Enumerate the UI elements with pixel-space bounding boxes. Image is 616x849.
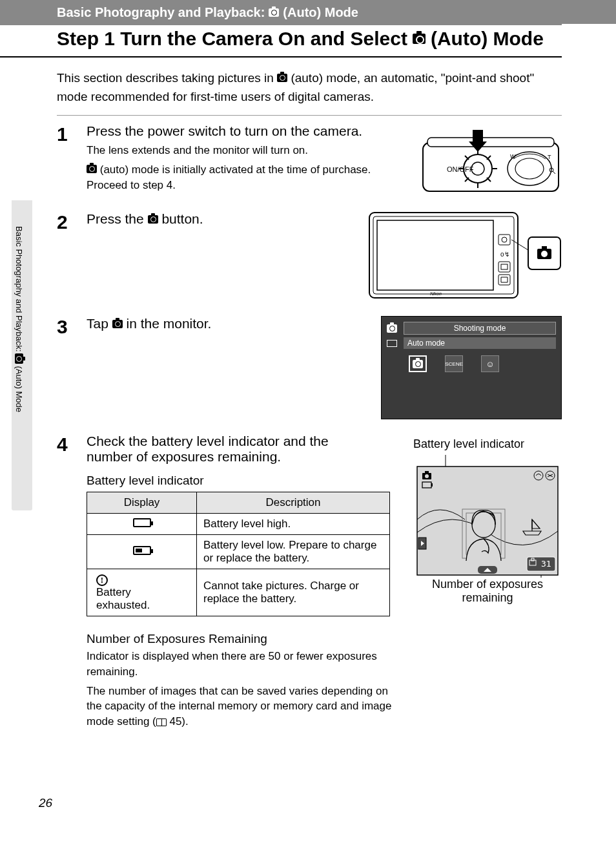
battery-exhausted-label: Battery: [96, 586, 131, 598]
table-row: Battery level high.: [87, 514, 390, 535]
exposures-line: Indicator is displayed when there are 50…: [87, 649, 402, 680]
step-title-span: in the monitor.: [123, 316, 212, 331]
svg-rect-1: [427, 138, 554, 147]
step-number: 1: [57, 123, 75, 197]
side-tab-suffix: (Auto) Mode: [14, 366, 24, 412]
caption-battery-indicator: Battery level indicator: [413, 437, 562, 451]
camera-icon: [269, 8, 279, 17]
camera-icon: [277, 74, 287, 82]
playback-icon: [387, 340, 397, 347]
battery-indicator-heading: Battery level indicator: [87, 474, 402, 488]
side-tab-prefix: Basic Photography and Playback:: [14, 226, 24, 351]
step-title-span: Tap: [87, 316, 112, 331]
table-row: Battery level low. Prepare to charge or …: [87, 535, 390, 569]
step-title: Press the power switch to turn on the ca…: [87, 123, 408, 139]
mode-auto-icon: [409, 355, 427, 372]
table-row: ! Battery exhausted. Cannot take picture…: [87, 569, 390, 616]
illustration-monitor-menu: Shooting mode Auto mode SCENE ☺: [381, 316, 562, 419]
menu-header: Shooting mode: [404, 322, 556, 335]
on-off-label: ON/OFF: [447, 165, 474, 173]
svg-rect-32: [542, 246, 547, 249]
svg-point-33: [541, 251, 548, 257]
step-1: 1 Press the power switch to turn on the …: [57, 123, 562, 197]
divider: [57, 115, 562, 116]
camera-icon: [413, 360, 423, 368]
svg-text:Nikon: Nikon: [430, 291, 442, 296]
side-tab: Basic Photography and Playback: (Auto) M…: [12, 200, 32, 510]
page-number: 26: [39, 796, 52, 810]
exposures-line: The number of images that can be saved v…: [87, 684, 402, 729]
camera-icon: [413, 34, 426, 44]
svg-text:W: W: [510, 153, 516, 160]
step-number: 2: [57, 211, 75, 302]
step-subtext: The lens extends and the monitor will tu…: [87, 143, 408, 158]
table-cell: Cannot take pictures. Charge or replace …: [197, 569, 390, 616]
step-title: Tap in the monitor.: [87, 316, 369, 331]
title-suffix: (Auto) Mode: [431, 28, 544, 50]
menu-sub: Auto mode: [404, 337, 556, 349]
step-3: 3 Tap in the monitor. Shooting mode Auto…: [57, 316, 562, 419]
battery-level-table: Display Description Battery level high. …: [87, 492, 390, 616]
camera-icon: [112, 320, 123, 328]
svg-text:o↯: o↯: [500, 251, 509, 258]
intro-paragraph: This section describes taking pictures i…: [57, 69, 562, 106]
table-cell: Battery level high.: [197, 514, 390, 535]
svg-point-39: [425, 474, 429, 478]
step-title: Press the button.: [87, 211, 356, 227]
battery-low-icon: [133, 546, 151, 555]
step-4: 4 Check the battery level indicator and …: [57, 434, 562, 733]
step-2: 2 Press the button. o↯ Nikon: [57, 211, 562, 302]
intro-text: This section describes taking pictures i…: [57, 71, 277, 85]
svg-text:31: 31: [541, 559, 551, 569]
step-subtext: (auto) mode is initially activated at th…: [87, 162, 408, 193]
caption-exposures-remaining: Number of exposures remaining: [413, 578, 562, 605]
mode-smile-icon: ☺: [481, 355, 499, 372]
mode-scene-icon: SCENE: [445, 355, 463, 372]
table-cell: Battery level low. Prepare to charge or …: [197, 535, 390, 569]
page-ref-number: 45).: [167, 715, 189, 728]
step-title-span: Press the: [87, 211, 148, 226]
illustration-battery-exposures: Battery level indicator: [413, 434, 562, 609]
step-title: Check the battery level indicator and th…: [87, 434, 364, 465]
illustration-power-switch: ON/OFF W T: [420, 123, 562, 197]
exposures-text: The number of images that can be saved v…: [87, 685, 391, 728]
svg-rect-41: [431, 483, 433, 487]
step-title-span: button.: [158, 211, 203, 226]
table-header-display: Display: [87, 492, 197, 514]
svg-rect-21: [377, 220, 493, 290]
page-ref-icon: [156, 718, 167, 726]
warning-icon: !: [96, 574, 108, 586]
banner-prefix: Basic Photography and Playback:: [57, 5, 265, 20]
camera-icon: [87, 165, 97, 173]
battery-full-icon: [133, 518, 151, 527]
step-subtext-span: (auto) mode is initially activated at th…: [87, 163, 371, 191]
exposures-heading: Number of Exposures Remaining: [87, 632, 402, 646]
table-header-description: Description: [197, 492, 390, 514]
step-number: 3: [57, 316, 75, 419]
camera-icon: [148, 215, 158, 224]
camera-icon: [387, 324, 397, 333]
illustration-camera-back: o↯ Nikon: [368, 211, 562, 302]
svg-text:T: T: [548, 154, 551, 160]
svg-rect-38: [425, 471, 429, 474]
page-title: Step 1 Turn the Camera On and Select (Au…: [0, 24, 562, 58]
step-number: 4: [57, 434, 75, 456]
camera-icon: [15, 353, 23, 364]
battery-exhausted-label: exhausted.: [96, 599, 150, 611]
svg-point-14: [515, 158, 544, 179]
chapter-banner: Basic Photography and Playback: (Auto) M…: [0, 0, 616, 24]
title-prefix: Step 1 Turn the Camera On and Select: [57, 28, 407, 50]
banner-suffix: (Auto) Mode: [283, 5, 358, 20]
